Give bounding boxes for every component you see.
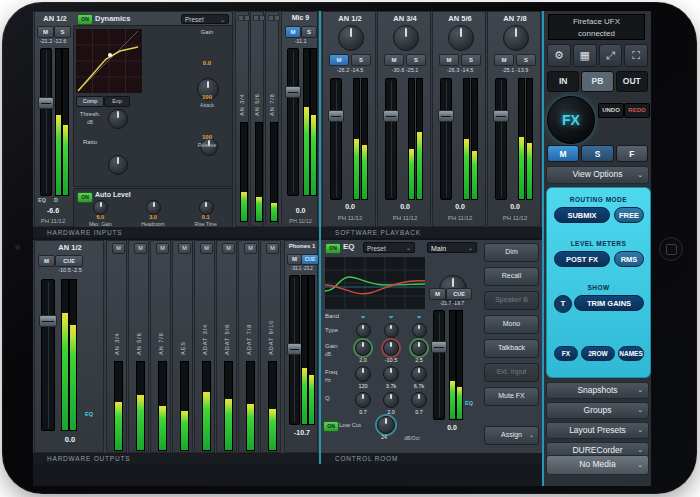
mini-output-strip[interactable]: M AES: [172, 240, 193, 453]
media-bar[interactable]: No Media ⌄: [546, 455, 649, 475]
band1-type-knob[interactable]: [356, 323, 371, 338]
main-eq-indicator[interactable]: EQ: [465, 400, 473, 406]
ext-input-button[interactable]: Ext. Input: [484, 363, 539, 382]
fader-cap[interactable]: [38, 97, 54, 109]
mini-channel-strip[interactable]: AN 7/8: [265, 11, 279, 227]
mini-output-strip[interactable]: M ADAT 3/4: [194, 240, 215, 453]
output-assignment[interactable]: PH 11/12: [35, 218, 71, 224]
mini-output-strip[interactable]: M AN 5/6: [128, 240, 149, 453]
mini-output-strip[interactable]: M ADAT 7/8: [238, 240, 259, 453]
assign-button[interactable]: Assign ⌄: [484, 426, 539, 445]
band1-freq-knob[interactable]: [355, 366, 371, 382]
channel-fader[interactable]: [287, 48, 299, 196]
rms-button[interactable]: RMS: [614, 251, 644, 267]
mini-output-strip[interactable]: M AN 3/4: [106, 240, 127, 453]
eq-indicator[interactable]: EQ: [85, 411, 93, 417]
band3-gain-knob[interactable]: [411, 340, 427, 356]
mute-button[interactable]: M: [222, 243, 235, 254]
main-cue-button[interactable]: CUE: [446, 288, 472, 300]
home-button[interactable]: [659, 237, 683, 261]
mute-button[interactable]: M: [38, 255, 55, 267]
band2-freq-knob[interactable]: [383, 366, 399, 382]
fader-cap[interactable]: [39, 315, 57, 327]
mute-fx-button[interactable]: Mute FX: [484, 387, 539, 406]
mono-button[interactable]: Mono: [484, 315, 539, 334]
sidebar-menu-bar[interactable]: Layout Presets ⌄: [546, 422, 649, 439]
mute-button[interactable]: M: [156, 243, 169, 254]
channel-fader[interactable]: [440, 78, 452, 200]
settings-gear-icon[interactable]: ⚙: [547, 44, 571, 67]
band-select-chevron-icon[interactable]: ⌄: [377, 311, 405, 321]
fader-cap[interactable]: [438, 110, 454, 122]
band-select-chevron-icon[interactable]: ⌄: [405, 311, 433, 321]
solo-button[interactable]: S: [54, 26, 71, 38]
auto-level-knob[interactable]: [146, 200, 161, 215]
main-output-selector[interactable]: Main ⌄: [427, 242, 477, 253]
solo-button[interactable]: S: [351, 54, 371, 66]
band3-q-knob[interactable]: [411, 392, 427, 408]
mini-output-strip[interactable]: M ADAT 9/10: [260, 240, 281, 453]
speaker-b-button[interactable]: Speaker B: [484, 291, 539, 310]
two-row-button[interactable]: 2ROW: [581, 346, 615, 361]
fader-cap[interactable]: [328, 110, 344, 122]
channel-fader[interactable]: [495, 78, 507, 200]
solo-button[interactable]: S: [516, 54, 536, 66]
output-assignment[interactable]: PH 11/12: [323, 215, 377, 221]
mute-button[interactable]: M: [244, 243, 257, 254]
tab-pb[interactable]: PB: [581, 71, 613, 92]
names-button[interactable]: NAMES: [618, 346, 644, 361]
exp-tab[interactable]: Exp: [104, 96, 130, 107]
band1-gain-knob[interactable]: [355, 340, 371, 356]
mute-button[interactable]: M: [266, 243, 279, 254]
tab-out[interactable]: OUT: [616, 71, 648, 92]
solo-button[interactable]: S: [301, 26, 317, 38]
channel-fader[interactable]: [385, 78, 397, 200]
tab-in[interactable]: IN: [547, 71, 579, 92]
global-mute-button[interactable]: M: [547, 145, 579, 162]
mute-button[interactable]: M: [329, 54, 349, 66]
matrix-view-icon[interactable]: ▦: [573, 44, 597, 67]
mute-button[interactable]: M: [384, 54, 404, 66]
solo-button[interactable]: S: [406, 54, 426, 66]
pan-knob[interactable]: [448, 25, 474, 51]
talkback-button[interactable]: Talkback: [484, 339, 539, 358]
dynamics-preset-dropdown[interactable]: Preset ⌄: [181, 14, 229, 24]
low-cut-on-button[interactable]: ON: [323, 421, 339, 432]
ratio-knob[interactable]: [108, 155, 128, 175]
mini-output-strip[interactable]: M ADAT 5/6: [216, 240, 237, 453]
window-mode-icon[interactable]: ⤢: [599, 44, 623, 67]
channel-fader[interactable]: [40, 48, 52, 196]
trim-gains-button[interactable]: TRIM GAINS: [574, 295, 644, 311]
auto-level-knob[interactable]: [199, 200, 214, 215]
mini-solo-dot[interactable]: [274, 15, 280, 21]
band2-q-knob[interactable]: [383, 392, 399, 408]
fader-cap[interactable]: [287, 343, 302, 355]
redo-button[interactable]: REDO: [624, 103, 650, 118]
band2-gain-knob[interactable]: [383, 340, 399, 356]
dynamics-on-button[interactable]: ON: [77, 14, 93, 25]
comp-tab[interactable]: Comp: [76, 96, 104, 107]
output-assignment[interactable]: PH 11/12: [488, 215, 542, 221]
view-options-bar[interactable]: View Options ⌄: [546, 166, 649, 184]
sidebar-menu-bar[interactable]: Groups ⌄: [546, 402, 649, 419]
mute-button[interactable]: M: [287, 254, 302, 265]
mute-button[interactable]: M: [112, 243, 125, 254]
eq-preset-dropdown[interactable]: Preset ⌄: [363, 242, 415, 253]
mini-channel-strip[interactable]: AN 5/6: [250, 11, 264, 227]
band3-type-knob[interactable]: [412, 323, 427, 338]
eq-on-button[interactable]: ON: [325, 243, 341, 254]
fader-cap[interactable]: [493, 110, 509, 122]
global-solo-button[interactable]: S: [581, 145, 613, 162]
solo-button[interactable]: S: [461, 54, 481, 66]
fullscreen-icon[interactable]: ⛶: [624, 44, 648, 67]
fx-button[interactable]: FX: [547, 96, 595, 144]
dynamics-indicator[interactable]: D: [54, 197, 58, 203]
pan-knob[interactable]: [338, 25, 364, 51]
mute-button[interactable]: M: [37, 26, 54, 38]
undo-button[interactable]: UNDO: [598, 103, 624, 118]
mini-channel-strip[interactable]: AN 3/4: [235, 11, 249, 227]
dim-button[interactable]: Dim: [484, 243, 539, 262]
thresh-knob[interactable]: [108, 109, 128, 129]
recall-button[interactable]: Recall: [484, 267, 539, 286]
mute-button[interactable]: M: [178, 243, 191, 254]
